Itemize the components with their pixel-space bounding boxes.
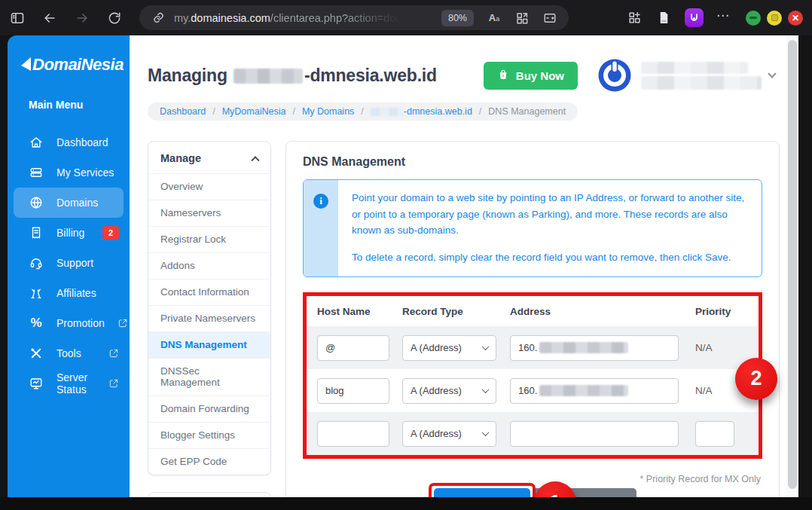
sidebar-item-promotion[interactable]: % Promotion — [8, 308, 130, 338]
breadcrumb-dashboard[interactable]: Dashboard — [160, 106, 206, 117]
manage-panel-header[interactable]: Manage — [148, 142, 270, 173]
column-header-type: Record Type — [402, 306, 510, 317]
sidebar-item-domains[interactable]: Domains — [14, 188, 124, 218]
headset-icon — [29, 256, 44, 270]
sidebar-item-label: Promotion — [56, 317, 105, 329]
info-alert-text: Point your domain to a web site by point… — [338, 180, 762, 276]
scrollbar-track[interactable] — [786, 35, 798, 497]
sidebar-item-dashboard[interactable]: Dashboard — [8, 127, 130, 157]
menu-item-private-nameservers[interactable]: Private Nameservers — [148, 305, 270, 331]
dns-management-panel: DNS Management i Point your domain to a … — [285, 141, 780, 497]
external-link-icon — [108, 348, 119, 359]
menu-item-blogger-settings[interactable]: Blogger Settings — [148, 422, 270, 448]
billing-count-badge: 2 — [102, 226, 119, 240]
actions-panel: Actions — [148, 492, 271, 497]
menu-item-get-epp-code[interactable]: Get EPP Code — [148, 448, 270, 475]
table-row: A (Address) 160. N/A — [307, 369, 759, 412]
window-minimize-button[interactable] — [746, 11, 761, 26]
address-bar[interactable]: my.domainesia.com/clientarea.php?action=… — [139, 5, 569, 30]
host-name-input[interactable] — [317, 335, 389, 361]
document-icon[interactable] — [655, 10, 672, 26]
percent-icon: % — [29, 316, 44, 331]
sidebar-item-tools[interactable]: Tools — [8, 338, 130, 368]
forward-icon[interactable] — [74, 10, 90, 26]
logo-triangle-icon — [21, 57, 31, 72]
sidebar-item-billing[interactable]: Billing 2 — [8, 218, 130, 248]
scrollbar-thumb[interactable] — [788, 40, 797, 489]
url-text: my.domainesia.com/clientarea.php?action=… — [174, 12, 404, 24]
buy-now-button[interactable]: Buy Now — [484, 62, 578, 90]
sidebar-item-label: Tools — [56, 347, 81, 359]
info-alert-strip: i — [304, 180, 338, 276]
record-type-select[interactable]: A (Address) — [402, 421, 496, 447]
menu-item-contact-information[interactable]: Contact Information — [148, 279, 270, 305]
external-link-icon — [118, 318, 128, 328]
external-link-icon — [108, 378, 119, 389]
menu-item-addons[interactable]: Addons — [148, 252, 270, 279]
split-view-icon[interactable] — [542, 10, 558, 26]
sidebar-item-label: Dashboard — [56, 136, 108, 148]
record-type-select[interactable]: A (Address) — [402, 378, 496, 404]
back-icon[interactable] — [41, 10, 58, 26]
save-changes-button[interactable]: Save Changes — [434, 488, 530, 497]
sidebar-item-affiliates[interactable]: Affiliates — [8, 278, 130, 308]
chevron-down-icon — [482, 344, 490, 351]
form-actions-row: * Priority Record for MX Only Save Chang… — [303, 480, 762, 497]
cheers-glasses-icon — [29, 286, 44, 300]
purple-extension-icon[interactable] — [685, 8, 704, 27]
menu-item-overview[interactable]: Overview — [148, 173, 270, 200]
sidebar-item-server-status[interactable]: Server Status — [8, 368, 130, 399]
address-input[interactable]: 160. — [510, 335, 679, 361]
host-name-input[interactable] — [317, 421, 389, 447]
chevron-down-icon — [482, 386, 490, 394]
user-name-redacted[interactable] — [641, 62, 762, 90]
breadcrumb-mydomainesia[interactable]: MyDomaiNesia — [222, 106, 286, 117]
menu-item-domain-forwarding[interactable]: Domain Forwarding — [148, 395, 270, 422]
browser-menu-icon[interactable]: ⋯ — [716, 9, 730, 26]
tools-icon — [29, 347, 44, 360]
host-name-input[interactable] — [317, 378, 389, 404]
record-type-select[interactable]: A (Address) — [402, 335, 496, 361]
monitor-status-icon — [29, 377, 44, 390]
sidebar-nav: Dashboard My Services Domains — [8, 127, 130, 399]
address-input[interactable] — [510, 421, 679, 447]
redacted-domain-name — [234, 69, 303, 84]
translate-icon[interactable]: Aa — [486, 10, 502, 26]
breadcrumb-domain[interactable]: -dmnesia.web.id — [371, 106, 472, 117]
sidebar-toggle-icon[interactable] — [9, 10, 26, 26]
info-alert: i Point your domain to a web site by poi… — [303, 179, 762, 277]
priority-footnote: * Priority Record for MX Only — [640, 474, 761, 484]
zoom-level-badge[interactable]: 80% — [441, 10, 474, 26]
user-avatar[interactable] — [597, 58, 632, 93]
extensions-icon[interactable] — [626, 10, 643, 26]
dns-panel-title: DNS Management — [303, 155, 762, 169]
sidebar: DomaiNesia Main Menu Dashboard My Servic… — [8, 35, 130, 497]
sidebar-item-label: Billing — [56, 227, 84, 239]
sidebar-item-label: Affiliates — [56, 287, 96, 299]
breadcrumb: Dashboard / MyDomaiNesia / My Domains / … — [148, 102, 578, 121]
table-header-row: Host Name Record Type Address Priority — [307, 296, 759, 326]
window-maximize-button[interactable] — [767, 11, 782, 26]
sidebar-item-label: My Services — [56, 166, 114, 179]
menu-item-dns-management[interactable]: DNS Management — [148, 331, 270, 358]
priority-input[interactable] — [695, 421, 734, 447]
window-close-button[interactable]: ✕ — [788, 11, 803, 26]
redacted-ip — [539, 342, 628, 353]
dns-records-table-annotation: Host Name Record Type Address Priority A… — [303, 292, 762, 459]
column-header-host: Host Name — [317, 306, 402, 317]
chevron-down-icon — [482, 429, 490, 437]
address-input[interactable]: 160. — [510, 378, 679, 404]
sidebar-item-my-services[interactable]: My Services — [8, 157, 130, 188]
menu-item-registrar-lock[interactable]: Registrar Lock — [148, 226, 270, 252]
domainesia-logo[interactable]: DomaiNesia — [21, 55, 130, 75]
breadcrumb-my-domains[interactable]: My Domains — [302, 106, 354, 117]
receipt-icon — [29, 226, 44, 240]
user-menu-chevron-icon[interactable] — [768, 69, 776, 78]
annotation-step-1-badge: 1 — [534, 481, 576, 497]
reload-icon[interactable] — [106, 10, 123, 26]
sidebar-item-support[interactable]: Support — [8, 248, 130, 278]
menu-item-nameservers[interactable]: Nameservers — [148, 200, 270, 226]
menu-item-dnssec-management[interactable]: DNSSec Management — [148, 358, 270, 395]
page-title: Managing -dmnesia.web.id — [148, 66, 437, 86]
popout-tiles-icon[interactable] — [514, 10, 530, 26]
